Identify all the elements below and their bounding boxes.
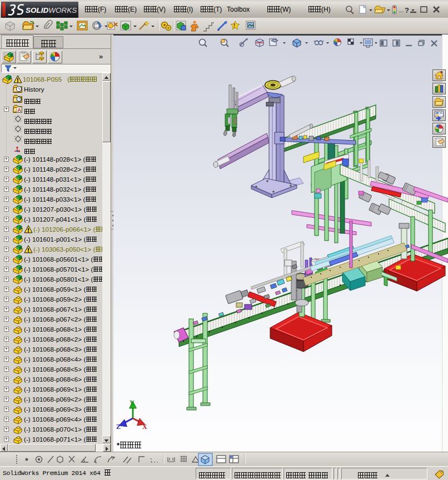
svg-text:!: ! [233,23,235,29]
svg-text:Z: Z [116,423,121,431]
svg-text:Y: Y [130,399,135,407]
svg-text:...: ... [399,7,404,13]
svg-text:SOLIDWORKS: SOLIDWORKS [26,6,77,14]
svg-text:?: ? [405,6,409,14]
svg-text:X: X [142,423,147,431]
svg-text:A: A [18,107,22,113]
